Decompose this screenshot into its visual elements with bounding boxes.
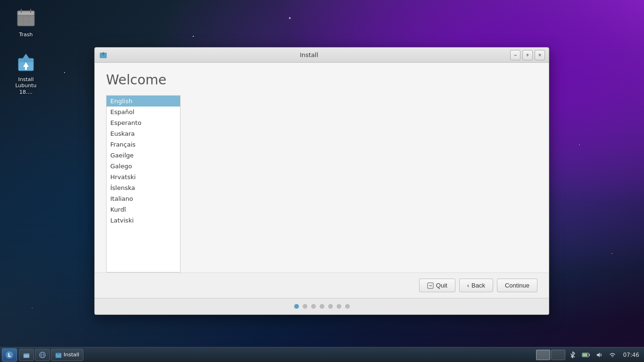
bluetooth-svg (570, 351, 576, 359)
language-item-francais[interactable]: Français (107, 139, 180, 150)
welcome-heading: Welcome (106, 72, 537, 88)
svg-rect-2 (18, 12, 33, 15)
volume-svg (596, 352, 603, 358)
back-label: Back (471, 282, 485, 289)
taskbar-time: 07:46 (620, 352, 642, 358)
continue-label: Continue (505, 282, 529, 289)
install-window: Install − + × Welcome English Español Es… (94, 47, 549, 315)
language-item-galego[interactable]: Galego (107, 161, 180, 172)
trash-label: Trash (19, 32, 33, 38)
network-icon[interactable] (607, 349, 618, 361)
trash-icon-image (15, 7, 37, 30)
taskbar-install-button[interactable]: Install (51, 349, 83, 361)
svg-text:L: L (8, 353, 11, 358)
progress-dots (95, 298, 549, 314)
maximize-button[interactable]: + (522, 50, 533, 60)
bluetooth-icon[interactable] (567, 349, 578, 361)
window-footer: Quit ‹ Back Continue (95, 272, 549, 298)
workspace-2-button[interactable] (551, 350, 565, 360)
language-item-gaeilge[interactable]: Gaeilge (107, 150, 180, 161)
start-icon: L (5, 351, 14, 359)
close-button[interactable]: × (535, 50, 545, 60)
welcome-header: Welcome (95, 63, 549, 95)
back-icon: ‹ (467, 282, 469, 289)
progress-dot-1 (303, 304, 307, 309)
taskbar-window-switcher (536, 350, 565, 360)
continue-button[interactable]: Continue (497, 279, 537, 292)
window-title-icon (99, 50, 108, 60)
quit-button[interactable]: Quit (419, 279, 455, 292)
svg-rect-29 (589, 354, 590, 356)
progress-dot-0 (294, 304, 299, 309)
language-item-italiano[interactable]: Italiano (107, 193, 180, 204)
language-item-latviski[interactable]: Latviski (107, 215, 180, 226)
window-title: Install (108, 51, 510, 58)
install-taskbar-icon (55, 352, 62, 358)
language-item-hrvatski[interactable]: Hrvatski (107, 172, 180, 182)
progress-dot-6 (345, 304, 350, 309)
language-item-islenska[interactable]: Íslenska (107, 182, 180, 193)
svg-marker-31 (597, 353, 600, 357)
window-main-area: English Español Esperanto Euskara França… (95, 95, 549, 272)
minimize-button[interactable]: − (510, 50, 520, 60)
taskbar-browser[interactable] (35, 349, 50, 361)
language-item-kurdi[interactable]: Kurdî (107, 204, 180, 215)
install-lubuntu-label: InstallLubuntu 18.... (9, 76, 42, 95)
language-item-english[interactable]: English (107, 96, 180, 107)
browser-icon (39, 352, 46, 358)
trash-icon-desktop[interactable]: Trash (7, 5, 45, 40)
progress-dot-3 (320, 304, 324, 309)
taskbar-install-label: Install (64, 352, 79, 358)
taskbar-file-manager[interactable] (19, 349, 34, 361)
install-lubuntu-icon-desktop[interactable]: InstallLubuntu 18.... (7, 49, 45, 98)
workspace-1-button[interactable] (536, 350, 550, 360)
svg-rect-13 (25, 66, 27, 70)
file-manager-icon (23, 352, 30, 358)
desktop-icons: Trash InstallLubuntu 18.... (7, 5, 45, 98)
language-list[interactable]: English Español Esperanto Euskara França… (106, 95, 181, 272)
window-body: Welcome English Español Esperanto Euskar… (95, 63, 549, 298)
taskbar-right-area: 07:46 (536, 349, 642, 361)
progress-dot-2 (311, 304, 316, 309)
quit-icon (427, 282, 434, 289)
language-item-euskara[interactable]: Euskara (107, 128, 180, 139)
window-titlebar: Install − + × (95, 48, 549, 63)
progress-dot-4 (328, 304, 333, 309)
volume-icon[interactable] (594, 349, 605, 361)
taskbar: L Install (0, 347, 644, 362)
quit-label: Quit (436, 282, 447, 289)
install-icon-image (15, 52, 37, 74)
taskbar-start-button[interactable]: L (2, 348, 17, 362)
svg-marker-19 (431, 285, 432, 287)
svg-rect-30 (583, 354, 587, 356)
progress-dot-5 (337, 304, 341, 309)
language-item-esperanto[interactable]: Esperanto (107, 117, 180, 128)
window-controls: − + × (510, 50, 545, 60)
battery-svg (582, 352, 590, 358)
battery-icon[interactable] (580, 349, 592, 361)
network-svg (609, 352, 616, 358)
language-item-espanol[interactable]: Español (107, 107, 180, 117)
back-button[interactable]: ‹ Back (459, 279, 493, 292)
